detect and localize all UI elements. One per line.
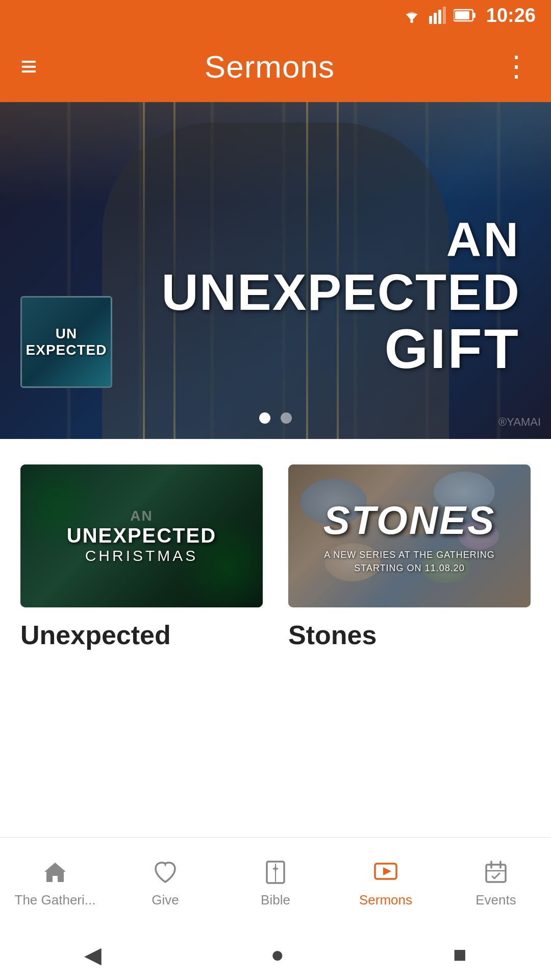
- bible-icon: [262, 859, 289, 886]
- status-icons: [402, 7, 476, 24]
- nav-label-bible: Bible: [261, 892, 290, 908]
- nav-item-events[interactable]: Events: [441, 859, 551, 908]
- wifi-icon: [402, 8, 422, 23]
- hero-thumbnail[interactable]: UNEXPECTED: [20, 296, 112, 388]
- svg-rect-10: [455, 11, 469, 19]
- series-card-unexpected[interactable]: AN UNEXPECTED CHRISTMAS Unexpected: [20, 464, 263, 650]
- bottom-spacer: [0, 676, 551, 819]
- events-icon: [482, 859, 510, 886]
- more-icon[interactable]: ⋮: [502, 52, 531, 81]
- svg-rect-9: [473, 13, 475, 18]
- nav-item-bible[interactable]: Bible: [220, 859, 331, 908]
- series-name-stones: Stones: [288, 620, 531, 650]
- home-icon: [41, 859, 69, 886]
- nav-label-sermons: Sermons: [359, 892, 412, 908]
- back-button[interactable]: ◀: [84, 942, 102, 968]
- app-bar-title: Sermons: [205, 48, 335, 85]
- svg-rect-17: [486, 865, 506, 882]
- nav-label-home: The Gatheri...: [15, 892, 96, 908]
- series-card-stones[interactable]: STONES A NEW SERIES AT THE GATHERINGSTAR…: [288, 464, 531, 650]
- series-card-image-stones: STONES A NEW SERIES AT THE GATHERINGSTAR…: [288, 464, 531, 607]
- recent-button[interactable]: ■: [453, 942, 467, 967]
- stones-overlay: STONES A NEW SERIES AT THE GATHERINGSTAR…: [288, 464, 531, 607]
- give-icon: [152, 859, 179, 886]
- series-card-image-unexpected: AN UNEXPECTED CHRISTMAS: [20, 464, 263, 607]
- battery-icon: [454, 8, 476, 23]
- nav-label-events: Events: [475, 892, 516, 908]
- nav-item-home[interactable]: The Gatheri...: [0, 859, 110, 908]
- bottom-nav: The Gatheri... Give Bible Sermons: [0, 837, 551, 929]
- series-grid: AN UNEXPECTED CHRISTMAS Unexpected: [20, 464, 531, 650]
- svg-rect-7: [443, 7, 446, 24]
- hero-text: AN UNEXPECTED GIFT: [162, 214, 520, 378]
- sermons-icon: [372, 859, 399, 886]
- svg-rect-5: [434, 13, 437, 24]
- hero-banner[interactable]: AN UNEXPECTED GIFT UNEXPECTED ®YAMAI: [0, 102, 551, 439]
- series-name-unexpected: Unexpected: [20, 620, 263, 650]
- system-nav: ◀ ● ■: [0, 929, 551, 980]
- svg-marker-16: [383, 867, 391, 875]
- nav-label-give: Give: [152, 892, 179, 908]
- series-section: AN UNEXPECTED CHRISTMAS Unexpected: [0, 439, 551, 676]
- nav-item-give[interactable]: Give: [110, 859, 220, 908]
- svg-rect-4: [429, 16, 432, 24]
- menu-icon[interactable]: ≡: [20, 52, 37, 81]
- svg-rect-6: [438, 10, 441, 24]
- unexpected-overlay: AN UNEXPECTED CHRISTMAS: [20, 464, 263, 607]
- hero-watermark: ®YAMAI: [498, 415, 541, 429]
- light-strip-1: [143, 102, 145, 439]
- status-bar: 10:26: [0, 0, 551, 31]
- home-button[interactable]: ●: [270, 942, 284, 967]
- hero-dots: [259, 412, 292, 424]
- signal-icon: [429, 7, 446, 24]
- app-bar: ≡ Sermons ⋮: [0, 31, 551, 102]
- hero-dot-1[interactable]: [259, 412, 270, 424]
- svg-point-3: [410, 20, 413, 23]
- hero-dot-2[interactable]: [281, 412, 292, 424]
- nav-item-sermons[interactable]: Sermons: [331, 859, 441, 908]
- status-time: 10:26: [486, 5, 536, 27]
- hero-thumbnail-text: UNEXPECTED: [26, 326, 107, 358]
